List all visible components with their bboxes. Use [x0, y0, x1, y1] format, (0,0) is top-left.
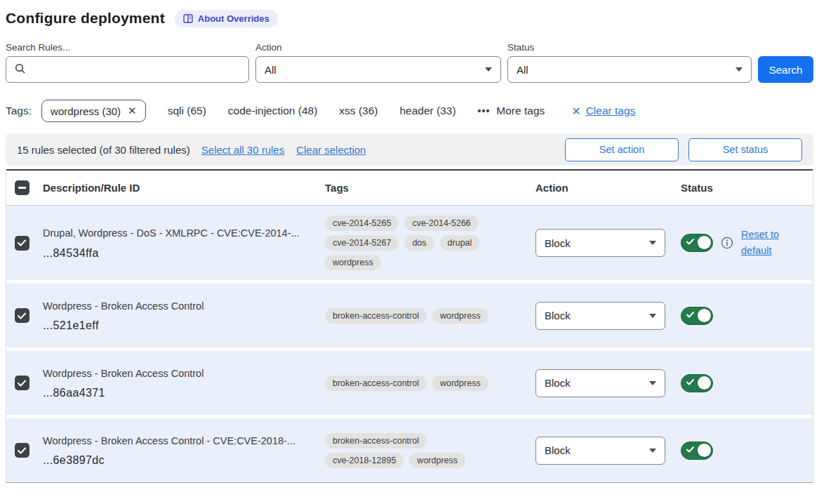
- select-all-link[interactable]: Select all 30 rules: [201, 144, 284, 156]
- status-filter-value: All: [517, 64, 528, 76]
- clear-tags-label: Clear tags: [586, 105, 636, 117]
- status-filter-select[interactable]: All: [507, 56, 752, 83]
- tags-label: Tags:: [6, 105, 32, 117]
- action-filter-select[interactable]: All: [255, 56, 501, 83]
- tag-pill: wordpress: [432, 308, 488, 324]
- tag-filter-item[interactable]: xss (36): [339, 105, 378, 117]
- table-row: Wordpress - Broken Access Control ...86a…: [6, 351, 813, 415]
- table-row: Wordpress - Broken Access Control - CVE:…: [6, 418, 813, 482]
- selection-bar: 15 rules selected (of 30 filtered rules)…: [6, 133, 813, 166]
- tag-filter-item[interactable]: code-injection (48): [228, 105, 318, 117]
- row-action-value: Block: [545, 377, 571, 389]
- column-header-description: Description/Rule ID: [37, 182, 319, 194]
- toggle-knob: [698, 309, 711, 322]
- status-toggle[interactable]: [681, 374, 713, 392]
- clear-tags-x-icon: ✕: [571, 105, 580, 118]
- row-checkbox[interactable]: [15, 443, 29, 458]
- selection-links: Select all 30 rules Clear selection: [201, 144, 366, 156]
- table-header: Description/Rule ID Tags Action Status: [6, 169, 813, 206]
- reset-to-default-link[interactable]: Reset to default: [741, 227, 786, 259]
- set-status-button[interactable]: Set status: [688, 138, 802, 161]
- rule-description: Wordpress - Broken Access Control: [43, 366, 308, 380]
- tag-pill: broken-access-control: [325, 376, 427, 391]
- row-checkbox[interactable]: [15, 236, 29, 251]
- rule-tags: broken-access-controlwordpress: [325, 376, 506, 391]
- rule-tags: cve-2014-5265cve-2014-5266cve-2014-5267d…: [325, 215, 506, 270]
- tag-pill: cve-2018-12895: [325, 453, 404, 468]
- status-toggle[interactable]: [681, 307, 713, 325]
- tag-list: sqli (65)code-injection (48)xss (36)head…: [146, 105, 456, 117]
- about-overrides-label: About Overrides: [198, 13, 269, 24]
- search-rules-label: Search Rules...: [6, 42, 249, 53]
- table-body: Drupal, Wordpress - DoS - XMLRPC - CVE:C…: [6, 206, 813, 482]
- title-row: Configure deployment About Overrides: [6, 7, 813, 29]
- configure-deployment-page: Configure deployment About Overrides Sea…: [0, 0, 819, 483]
- search-icon: [15, 63, 26, 77]
- action-filter-label: Action: [255, 42, 501, 53]
- status-filter-group: Status All: [507, 42, 752, 83]
- action-filter-value: All: [265, 64, 277, 76]
- more-tags-button[interactable]: ••• More tags: [478, 105, 545, 117]
- tag-pill: cve-2014-5266: [404, 215, 478, 231]
- status-toggle[interactable]: [681, 442, 713, 460]
- tags-bar: Tags: wordpress (30) ✕ sqli (65)code-inj…: [6, 98, 813, 124]
- chevron-down-icon: [485, 67, 492, 72]
- chevron-down-icon: [649, 314, 656, 318]
- toggle-knob: [698, 444, 711, 457]
- bulk-action-buttons: Set action Set status: [565, 138, 802, 161]
- column-header-status: Status: [675, 182, 813, 194]
- selected-tag-label: wordpress (30): [51, 105, 121, 117]
- tag-pill: wordpress: [325, 255, 381, 270]
- rule-id: ...521e1eff: [43, 319, 308, 332]
- tag-pill: dos: [404, 235, 434, 251]
- tag-pill: cve-2014-5265: [325, 215, 399, 231]
- clear-selection-link[interactable]: Clear selection: [296, 144, 366, 156]
- set-action-button[interactable]: Set action: [565, 138, 679, 161]
- chevron-down-icon: [649, 241, 656, 245]
- search-input[interactable]: [6, 56, 249, 83]
- tag-pill: wordpress: [432, 376, 488, 391]
- tag-pill: broken-access-control: [325, 308, 427, 324]
- status-toggle[interactable]: [681, 234, 713, 252]
- page-title: Configure deployment: [6, 10, 165, 27]
- toggle-knob: [698, 236, 711, 249]
- select-all-checkbox[interactable]: [15, 180, 29, 195]
- row-action-value: Block: [545, 237, 571, 249]
- rule-tags: broken-access-controlwordpress: [325, 308, 506, 324]
- remove-tag-icon[interactable]: ✕: [128, 105, 137, 117]
- row-action-select[interactable]: Block: [535, 369, 665, 397]
- search-button[interactable]: Search: [758, 56, 813, 83]
- toggle-knob: [698, 376, 711, 390]
- tag-filter-item[interactable]: sqli (65): [168, 105, 206, 117]
- table-row: Wordpress - Broken Access Control ...521…: [6, 284, 813, 347]
- rule-id: ...86aa4371: [43, 387, 308, 399]
- rule-id: ...84534ffa: [43, 247, 308, 260]
- more-tags-label: More tags: [496, 105, 545, 117]
- tag-pill: drupal: [440, 235, 480, 251]
- row-action-select[interactable]: Block: [535, 437, 665, 465]
- row-action-select[interactable]: Block: [535, 302, 665, 330]
- info-icon[interactable]: [721, 237, 733, 249]
- rule-tags: broken-access-controlcve-2018-12895wordp…: [325, 433, 506, 468]
- column-header-action: Action: [530, 182, 675, 194]
- filters-bar: Search Rules... Action All Status All Se…: [6, 42, 813, 83]
- selection-summary: 15 rules selected (of 30 filtered rules): [17, 144, 190, 156]
- row-action-select[interactable]: Block: [535, 229, 665, 257]
- row-action-value: Block: [545, 444, 571, 456]
- chevron-down-icon: [649, 381, 656, 385]
- row-checkbox[interactable]: [15, 308, 29, 323]
- clear-tags-link[interactable]: ✕ Clear tags: [571, 105, 635, 118]
- chevron-down-icon: [735, 67, 743, 72]
- rule-description: Wordpress - Broken Access Control: [43, 299, 308, 313]
- tag-pill: broken-access-control: [325, 433, 427, 449]
- rules-table: Description/Rule ID Tags Action Status D…: [6, 169, 813, 483]
- tag-filter-item[interactable]: header (33): [399, 105, 455, 117]
- row-action-value: Block: [545, 310, 571, 321]
- search-rules-group: Search Rules...: [6, 42, 249, 83]
- row-checkbox[interactable]: [15, 376, 29, 390]
- tag-pill: wordpress: [409, 453, 465, 468]
- column-header-tags: Tags: [319, 182, 530, 194]
- selected-tag-wordpress[interactable]: wordpress (30) ✕: [41, 100, 146, 122]
- table-row: Drupal, Wordpress - DoS - XMLRPC - CVE:C…: [6, 206, 813, 280]
- about-overrides-badge[interactable]: About Overrides: [175, 10, 278, 27]
